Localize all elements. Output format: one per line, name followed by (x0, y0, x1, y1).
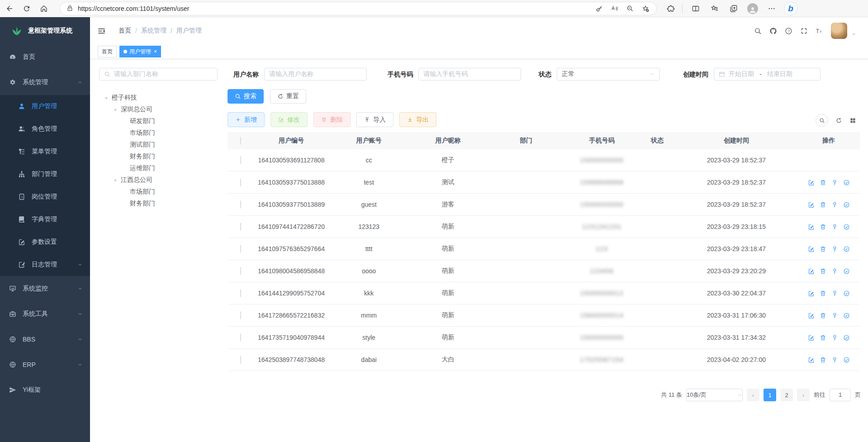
reset-password-key-icon[interactable] (831, 223, 838, 230)
extensions-icon[interactable] (663, 2, 678, 15)
action-button[interactable]: 删除 (313, 112, 351, 127)
row-checkbox[interactable] (240, 356, 241, 364)
tree-node[interactable]: 运维部门 (99, 162, 223, 174)
delete-icon[interactable] (820, 179, 826, 186)
assign-role-check-icon[interactable] (843, 312, 850, 319)
delete-icon[interactable] (820, 201, 826, 208)
app-logo[interactable]: 意框架管理系统 (0, 17, 90, 44)
view-tab[interactable]: 首页 (98, 46, 117, 57)
edit-icon[interactable] (808, 312, 815, 319)
view-tab[interactable]: 用户管理 × (119, 46, 161, 57)
collections-icon[interactable] (726, 2, 741, 15)
dept-search-input[interactable]: 请输入部门名称 (99, 68, 218, 81)
action-button[interactable]: 导入 (356, 112, 394, 127)
zoom-out-icon[interactable] (624, 2, 636, 15)
browser-profile-avatar[interactable] (745, 2, 760, 15)
page-size-select[interactable]: 10条/页 (686, 389, 743, 401)
reset-password-key-icon[interactable] (831, 268, 838, 275)
edit-icon[interactable] (808, 179, 815, 186)
breadcrumb-item[interactable]: 系统管理 (141, 27, 166, 35)
sidebar-item[interactable]: 用户管理 (0, 95, 90, 118)
assign-role-check-icon[interactable] (843, 334, 850, 341)
reset-button[interactable]: 重置 (270, 89, 306, 104)
columns-grid-icon[interactable] (849, 117, 856, 124)
reset-password-key-icon[interactable] (831, 334, 838, 341)
github-icon[interactable] (769, 27, 777, 35)
edit-icon[interactable] (808, 356, 815, 363)
select-all-checkbox[interactable] (240, 137, 241, 145)
font-size-icon[interactable]: TT (816, 27, 823, 35)
assign-role-check-icon[interactable] (843, 201, 850, 208)
edit-icon[interactable] (808, 290, 815, 297)
row-checkbox[interactable] (240, 289, 241, 297)
delete-icon[interactable] (820, 268, 826, 275)
tree-node[interactable]: 市场部门 (99, 186, 223, 198)
avatar-caret-icon[interactable] (851, 32, 856, 37)
phone-input[interactable]: 请输入手机号码 (418, 68, 521, 81)
delete-icon[interactable] (820, 334, 826, 341)
assign-role-check-icon[interactable] (843, 290, 850, 297)
reset-password-key-icon[interactable] (831, 246, 838, 252)
edit-icon[interactable] (808, 223, 815, 230)
delete-icon[interactable] (820, 290, 826, 297)
edit-icon[interactable] (808, 246, 815, 252)
row-checkbox[interactable] (240, 200, 241, 209)
browser-home-icon[interactable] (36, 2, 52, 15)
row-checkbox[interactable] (240, 267, 241, 275)
sidebar-item[interactable]: ERP (0, 352, 90, 377)
row-checkbox[interactable] (240, 245, 241, 253)
help-icon[interactable]: ? (785, 27, 792, 35)
caret-down-icon[interactable]: ▾ (112, 178, 119, 183)
tree-node[interactable]: 测试部门 (99, 139, 223, 151)
prev-page-button[interactable]: ‹ (747, 389, 759, 401)
page-number-button[interactable]: 2 (780, 389, 793, 401)
next-page-button[interactable]: › (797, 389, 810, 401)
sidebar-item[interactable]: 菜单管理 (0, 140, 90, 163)
delete-icon[interactable] (820, 246, 826, 252)
user-avatar[interactable] (831, 23, 847, 39)
header-search-icon[interactable] (754, 27, 762, 35)
sidebar-item[interactable]: 系统监控 (0, 276, 90, 301)
reset-password-key-icon[interactable] (831, 290, 838, 297)
password-key-icon[interactable] (593, 2, 606, 15)
reset-password-key-icon[interactable] (831, 356, 838, 363)
action-button[interactable]: 新增 (228, 112, 265, 127)
refresh-table-icon[interactable] (835, 117, 842, 124)
page-number-button[interactable]: 1 (764, 389, 776, 401)
reset-password-key-icon[interactable] (831, 201, 838, 208)
status-select[interactable]: 正常 (557, 68, 660, 81)
caret-down-icon[interactable]: ▾ (112, 107, 119, 112)
toggle-search-button[interactable] (816, 114, 828, 127)
sidebar-item[interactable]: 部门管理 (0, 163, 90, 185)
sidebar-collapse-icon[interactable] (97, 27, 106, 35)
assign-role-check-icon[interactable] (843, 223, 850, 230)
edit-icon[interactable] (808, 268, 815, 275)
sidebar-item[interactable]: BBS (0, 327, 90, 352)
sidebar-item[interactable]: 字典管理 (0, 208, 90, 231)
tree-node[interactable]: 财务部门 (99, 151, 223, 162)
goto-page-input[interactable]: 1 (830, 389, 851, 401)
bing-chat-icon[interactable]: b (783, 2, 798, 15)
browser-refresh-icon[interactable] (19, 2, 34, 15)
tree-node[interactable]: 市场部门 (99, 127, 223, 139)
edit-icon[interactable] (808, 334, 815, 341)
tree-node[interactable]: 财务部门 (99, 198, 223, 209)
row-checkbox[interactable] (240, 223, 241, 231)
tree-node[interactable]: ▾ 深圳总公司 (99, 104, 223, 115)
sidebar-item[interactable]: 系统工具 (0, 301, 90, 327)
favorites-icon[interactable] (707, 2, 722, 15)
reset-password-key-icon[interactable] (831, 312, 838, 319)
address-bar[interactable]: https://ccnetcore.com:1101/system/user A (60, 2, 657, 15)
assign-role-check-icon[interactable] (843, 356, 850, 363)
browser-back-icon[interactable] (2, 2, 17, 15)
sidebar-item[interactable]: Yi框架 (0, 377, 90, 403)
fullscreen-icon[interactable] (800, 27, 808, 35)
row-checkbox[interactable] (240, 178, 241, 186)
delete-icon[interactable] (820, 356, 826, 363)
more-menu-icon[interactable] (764, 2, 779, 15)
tree-node[interactable]: 研发部门 (99, 115, 223, 127)
reset-password-key-icon[interactable] (831, 179, 838, 186)
sidebar-item[interactable]: 日志管理 (0, 253, 90, 276)
row-checkbox[interactable] (240, 156, 241, 164)
assign-role-check-icon[interactable] (843, 179, 850, 186)
